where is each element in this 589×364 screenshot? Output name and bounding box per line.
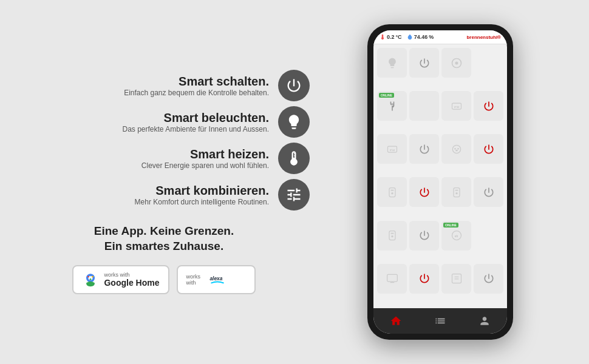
phone-wrapper: 0.2 °C 74.46 % brennenstuhl® xyxy=(310,24,571,340)
svg-text:IP30: IP30 xyxy=(454,105,459,108)
grid-cell-2-2[interactable] xyxy=(409,91,439,121)
svg-point-3 xyxy=(92,275,94,277)
temp-icon xyxy=(380,34,386,40)
power-icon-red-1 xyxy=(483,100,495,112)
online-badge-2: ONLINE xyxy=(443,223,458,228)
status-bar: 0.2 °C 74.46 % brennenstuhl® xyxy=(373,30,507,44)
svg-rect-28 xyxy=(387,275,397,282)
alexa-icon: alexa xyxy=(205,271,222,288)
svg-text:alexa: alexa xyxy=(209,275,222,281)
plug-icon-1 xyxy=(386,100,398,112)
grid-cell-5-3[interactable]: ONLINE eb xyxy=(441,221,471,251)
power-icon-gray xyxy=(418,57,431,69)
grid-cell-3-2[interactable] xyxy=(409,134,439,164)
bulb-icon-small xyxy=(386,57,398,69)
grid-cell-6-2[interactable] xyxy=(409,264,439,294)
nav-profile[interactable] xyxy=(478,315,491,327)
power-icon xyxy=(285,77,302,94)
power-icon-gray-4 xyxy=(418,229,431,241)
feature-row-light: Smart beleuchten. Das perfekte Ambiente … xyxy=(18,106,310,138)
feature-subtitle-combine: Mehr Komfort durch intelligente Routinen… xyxy=(18,198,269,206)
grid-cell-3-1[interactable]: IP44 xyxy=(377,134,407,164)
book-icon xyxy=(451,272,463,285)
grid-cell-3-3[interactable] xyxy=(441,134,471,164)
grid-cell-2-3[interactable]: IP30 xyxy=(441,91,471,121)
svg-point-14 xyxy=(454,148,456,150)
power-icon-gray-3 xyxy=(483,186,495,198)
svg-point-2 xyxy=(88,275,90,277)
google-home-text: works with Google Home xyxy=(104,272,159,288)
online-badge-1: ONLINE xyxy=(379,93,394,98)
bulb-icon xyxy=(285,113,302,130)
svg-text:eb: eb xyxy=(454,234,458,238)
feature-subtitle-light: Das perfekte Ambiente für Innen und Auss… xyxy=(18,125,269,133)
feature-title-light: Smart beleuchten. xyxy=(18,111,269,125)
feature-text-switch: Smart schalten. Einfach ganz bequem die … xyxy=(18,75,278,97)
svg-rect-18 xyxy=(390,190,393,191)
temp-value: 0.2 xyxy=(387,34,395,40)
remote-icon-1 xyxy=(386,186,398,198)
thermometer-icon xyxy=(285,150,302,167)
svg-point-22 xyxy=(455,192,457,194)
remote-icon-2 xyxy=(451,186,463,198)
feature-text-light: Smart beleuchten. Das perfekte Ambiente … xyxy=(18,111,278,133)
svg-rect-21 xyxy=(455,190,458,191)
nav-list[interactable] xyxy=(434,315,446,327)
thermometer-icon-circle xyxy=(278,143,310,174)
humidity-sensor: 74.46 % xyxy=(407,34,434,40)
alexa-works-with-block: works with xyxy=(186,274,201,286)
svg-point-8 xyxy=(455,61,458,64)
feature-row-heat: Smart heizen. Clever Energie sparen und … xyxy=(18,143,310,174)
monitor-icon xyxy=(386,272,398,285)
grid-cell-4-2[interactable] xyxy=(409,177,439,207)
humidity-unit: % xyxy=(429,34,434,40)
compatibility-badges: works with Google Home works with alexa xyxy=(18,265,310,294)
svg-point-19 xyxy=(391,192,393,194)
grid-cell-4-3[interactable] xyxy=(441,177,471,207)
grid-cell-5-1[interactable] xyxy=(377,221,407,251)
grid-cell-6-3[interactable] xyxy=(441,264,471,294)
feature-text-combine: Smart kombinieren. Mehr Komfort durch in… xyxy=(18,184,278,206)
grid-cell-2-4[interactable] xyxy=(474,91,503,121)
grid-cell-6-1[interactable] xyxy=(377,264,407,294)
nav-home[interactable] xyxy=(390,315,402,327)
grid-cell-4-1[interactable] xyxy=(377,177,407,207)
phone-screen: 0.2 °C 74.46 % brennenstuhl® xyxy=(373,30,507,334)
grid-cell-4-4[interactable] xyxy=(474,177,503,207)
bottom-nav xyxy=(373,308,507,334)
list-icon xyxy=(434,315,446,327)
grid-cell-2-1[interactable]: ONLINE xyxy=(377,91,407,121)
grid-cell-1-3[interactable] xyxy=(441,48,471,78)
profile-icon xyxy=(478,315,491,327)
timer-icon: eb xyxy=(451,229,463,241)
svg-rect-16 xyxy=(455,150,457,152)
grid-cell-6-4[interactable] xyxy=(474,264,503,294)
grid-cell-5-4 xyxy=(474,221,503,251)
sliders-icon-circle xyxy=(278,179,310,211)
svg-point-5 xyxy=(90,278,92,280)
feature-subtitle-heat: Clever Energie sparen und wohl fühlen. xyxy=(18,161,269,170)
power-icon-gray-2 xyxy=(418,143,431,155)
settings-icon-1 xyxy=(451,57,463,69)
grid-cell-3-4[interactable] xyxy=(474,134,503,164)
phone: 0.2 °C 74.46 % brennenstuhl® xyxy=(367,24,513,340)
grid-cell-1-1[interactable] xyxy=(377,48,407,78)
grid-cell-1-2[interactable] xyxy=(409,48,439,78)
brand-logo: brennenstuhl® xyxy=(466,35,501,40)
svg-rect-29 xyxy=(452,274,461,283)
humidity-icon xyxy=(407,34,413,40)
alexa-works-label: works xyxy=(186,274,201,280)
svg-text:IP44: IP44 xyxy=(389,148,395,151)
grid-cell-5-2[interactable] xyxy=(409,221,439,251)
google-home-badge: works with Google Home xyxy=(72,265,169,294)
sliders-icon xyxy=(285,186,302,203)
bulb-icon-circle xyxy=(278,106,310,138)
google-works-with-label: works with xyxy=(104,272,159,278)
svg-point-25 xyxy=(391,235,393,237)
left-panel: Smart schalten. Einfach ganz bequem die … xyxy=(18,70,310,294)
alexa-badge: works with alexa xyxy=(177,265,256,294)
svg-rect-24 xyxy=(390,233,393,234)
grid-cell-1-4 xyxy=(474,48,503,78)
power-icon-red-4 xyxy=(418,272,431,285)
tagline-line1: Eine App. Keine Grenzen. xyxy=(18,224,310,239)
